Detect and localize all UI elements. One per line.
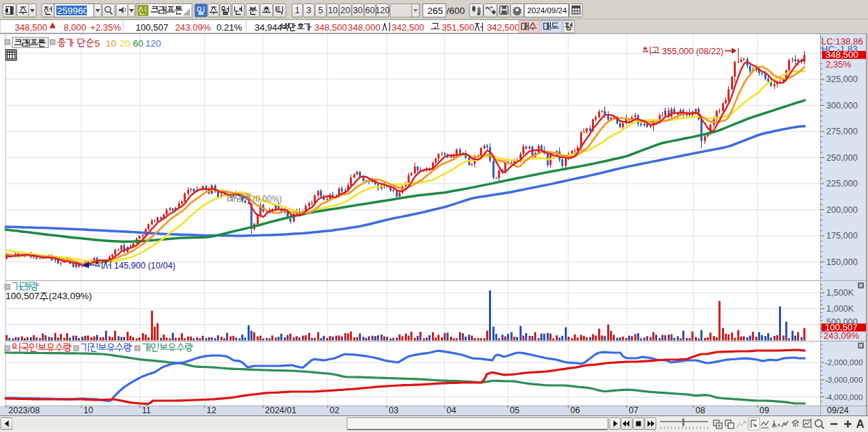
svg-text:20: 20 (120, 38, 130, 49)
svg-text:09: 09 (760, 406, 769, 415)
svg-text:34,944: 34,944 (255, 22, 282, 33)
svg-text:225,000: 225,000 (826, 179, 858, 189)
svg-text:5: 5 (95, 38, 100, 49)
svg-text:05: 05 (510, 406, 520, 415)
svg-text:06: 06 (570, 406, 580, 415)
svg-text:2,35%: 2,35% (826, 59, 851, 70)
svg-text:175,000: 175,000 (826, 231, 858, 241)
svg-text:/600: /600 (447, 6, 465, 16)
svg-text:8,000: 8,000 (63, 22, 86, 33)
svg-text:243,09%: 243,09% (823, 330, 860, 341)
svg-text:120: 120 (376, 6, 390, 15)
svg-text:+2.35%: +2.35% (90, 22, 122, 33)
svg-text:259960: 259960 (57, 6, 88, 16)
svg-text:10: 10 (83, 406, 93, 415)
svg-text:60: 60 (365, 6, 375, 15)
svg-text:02: 02 (330, 406, 339, 415)
svg-text:351,500: 351,500 (442, 22, 474, 33)
svg-text:10: 10 (106, 38, 116, 49)
svg-text:60: 60 (133, 38, 143, 49)
svg-text:09/24: 09/24 (827, 406, 849, 415)
svg-text:10: 10 (328, 6, 338, 15)
svg-text:100,507: 100,507 (136, 22, 168, 33)
svg-text:145,900 (10/04): 145,900 (10/04) (114, 261, 175, 271)
svg-text:300,000: 300,000 (826, 101, 858, 111)
svg-text:275,000: 275,000 (826, 127, 858, 136)
svg-text:30: 30 (353, 6, 363, 15)
svg-text:1,500K: 1,500K (826, 288, 854, 298)
svg-text:265: 265 (427, 6, 443, 16)
svg-text:5: 5 (319, 6, 323, 15)
svg-text:04: 04 (447, 406, 456, 415)
svg-text:-3,000,000: -3,000,000 (825, 376, 862, 384)
svg-text:342,500: 342,500 (487, 22, 520, 33)
svg-text:12: 12 (207, 406, 216, 415)
svg-text:1: 1 (295, 6, 300, 15)
svg-text:A: A (856, 418, 865, 430)
svg-text:2024/09/24: 2024/09/24 (527, 6, 567, 15)
svg-text:2023/08: 2023/08 (8, 406, 40, 415)
svg-text:07: 07 (629, 406, 638, 415)
svg-text:250,000: 250,000 (826, 153, 858, 163)
svg-text:348,000: 348,000 (348, 22, 380, 33)
svg-text:120: 120 (145, 38, 161, 49)
svg-text:0.21%: 0.21% (216, 22, 242, 33)
svg-text:150,000: 150,000 (826, 257, 858, 267)
svg-text:100,507: 100,507 (6, 291, 40, 301)
svg-text:325,000: 325,000 (826, 74, 858, 84)
svg-text:355,000 (08/22): 355,000 (08/22) (662, 47, 723, 56)
svg-text:08: 08 (696, 406, 705, 415)
svg-text:(0.00%): (0.00%) (252, 194, 282, 204)
svg-text:348,500: 348,500 (15, 22, 47, 33)
svg-text:200,000: 200,000 (826, 205, 858, 215)
svg-text:1,000K: 1,000K (826, 304, 854, 314)
svg-text:348,500: 348,500 (314, 22, 347, 33)
svg-text:3: 3 (307, 6, 312, 15)
svg-text:-2,000,000: -2,000,000 (825, 358, 862, 367)
svg-text:11: 11 (142, 406, 151, 415)
svg-text:-4,000,000: -4,000,000 (825, 393, 862, 401)
svg-text:03: 03 (389, 406, 399, 415)
svg-text:2024/01: 2024/01 (265, 406, 296, 415)
svg-text:243.09%: 243.09% (175, 22, 211, 33)
svg-text:(243,09%): (243,09%) (49, 291, 92, 301)
svg-text:342,500: 342,500 (392, 22, 424, 33)
svg-text:20: 20 (341, 6, 351, 15)
